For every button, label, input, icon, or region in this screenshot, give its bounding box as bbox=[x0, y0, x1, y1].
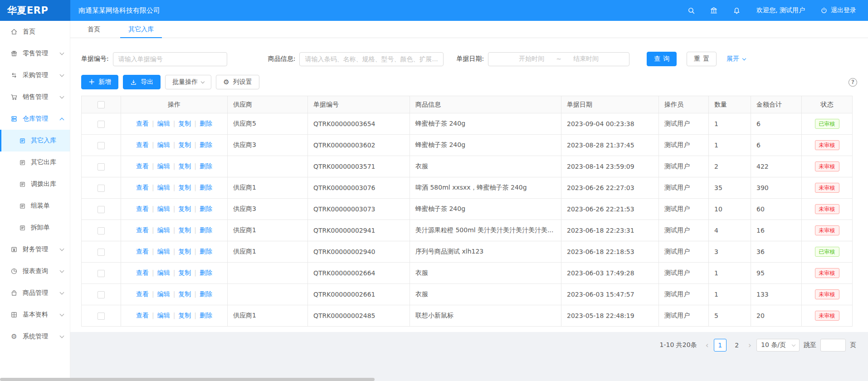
row-action-delete[interactable]: 删除 bbox=[200, 269, 212, 276]
row-checkbox[interactable] bbox=[98, 121, 105, 128]
sidebar-item-system[interactable]: ⚙ 系统管理 bbox=[0, 326, 70, 347]
page-size-select[interactable]: 10 条/页 bbox=[756, 339, 800, 352]
date-range-input[interactable]: 开始时间 ~ 结束时间 bbox=[488, 52, 629, 66]
page-button-1[interactable]: 1 bbox=[714, 339, 727, 352]
horizontal-scrollbar[interactable] bbox=[0, 378, 375, 381]
product-info-input[interactable] bbox=[299, 52, 444, 66]
row-action-view[interactable]: 查看 bbox=[136, 184, 149, 191]
row-action-copy[interactable]: 复制 bbox=[178, 312, 191, 319]
row-action-view[interactable]: 查看 bbox=[136, 290, 149, 298]
row-action-view[interactable]: 查看 bbox=[136, 312, 149, 319]
row-action-delete[interactable]: 删除 bbox=[200, 312, 212, 319]
sidebar-item-assembly[interactable]: 组装单 bbox=[0, 195, 70, 217]
cell-supplier bbox=[228, 156, 308, 177]
tab-other-inbound[interactable]: 其它入库 bbox=[126, 21, 156, 38]
row-action-delete[interactable]: 删除 bbox=[200, 141, 212, 148]
row-checkbox[interactable] bbox=[98, 227, 105, 234]
row-action-edit[interactable]: 编辑 bbox=[157, 184, 170, 191]
row-action-edit[interactable]: 编辑 bbox=[157, 226, 170, 234]
row-action-edit[interactable]: 编辑 bbox=[157, 141, 170, 148]
row-checkbox[interactable] bbox=[98, 163, 105, 171]
row-checkbox[interactable] bbox=[98, 142, 105, 149]
prev-page-button[interactable]: ‹ bbox=[705, 341, 710, 349]
row-action-edit[interactable]: 编辑 bbox=[157, 312, 170, 319]
row-checkbox[interactable] bbox=[98, 313, 105, 320]
sidebar-item-basics[interactable]: 基本资料 bbox=[0, 304, 70, 326]
row-action-copy[interactable]: 复制 bbox=[178, 269, 191, 276]
row-action-edit[interactable]: 编辑 bbox=[157, 248, 170, 255]
search-button[interactable]: 查询 bbox=[647, 52, 677, 66]
row-action-view[interactable]: 查看 bbox=[136, 141, 149, 148]
row-action-delete[interactable]: 删除 bbox=[200, 205, 212, 212]
row-action-view[interactable]: 查看 bbox=[136, 269, 149, 276]
row-action-copy[interactable]: 复制 bbox=[178, 141, 191, 148]
action-separator: | bbox=[173, 141, 176, 148]
sidebar-item-sales[interactable]: 销售管理 bbox=[0, 86, 70, 108]
grid-icon bbox=[10, 311, 18, 318]
sidebar-item-transfer-outbound[interactable]: 调拨出库 bbox=[0, 173, 70, 195]
warehouse-icon bbox=[10, 115, 18, 122]
row-checkbox[interactable] bbox=[98, 185, 105, 192]
row-checkbox[interactable] bbox=[98, 270, 105, 277]
row-action-edit[interactable]: 编辑 bbox=[157, 205, 170, 212]
row-action-view[interactable]: 查看 bbox=[136, 248, 149, 255]
page-button-2[interactable]: 2 bbox=[731, 339, 743, 352]
row-action-copy[interactable]: 复制 bbox=[178, 120, 191, 127]
sidebar-item-purchase[interactable]: 采购管理 bbox=[0, 64, 70, 86]
row-checkbox[interactable] bbox=[98, 291, 105, 298]
row-action-edit[interactable]: 编辑 bbox=[157, 269, 170, 276]
sidebar-item-retail[interactable]: 零售管理 bbox=[0, 43, 70, 64]
column-settings-button[interactable]: ⚙ 列设置 bbox=[216, 75, 259, 89]
row-action-delete[interactable]: 删除 bbox=[200, 120, 212, 127]
cell-amount: 133 bbox=[751, 284, 802, 305]
table-row: 查看|编辑|复制|删除QTRK00000002664衣服2023-06-03 1… bbox=[82, 263, 853, 284]
row-action-delete[interactable]: 删除 bbox=[200, 226, 212, 234]
export-button[interactable]: 导出 bbox=[123, 75, 161, 89]
help-icon[interactable]: ? bbox=[848, 78, 857, 87]
sidebar-item-reports[interactable]: 报表查询 bbox=[0, 260, 70, 282]
row-action-delete[interactable]: 删除 bbox=[200, 184, 212, 191]
row-action-edit[interactable]: 编辑 bbox=[157, 120, 170, 127]
row-checkbox[interactable] bbox=[98, 249, 105, 256]
row-action-delete[interactable]: 删除 bbox=[200, 290, 212, 298]
jump-page-input[interactable] bbox=[820, 339, 846, 352]
row-action-copy[interactable]: 复制 bbox=[178, 162, 191, 170]
row-action-edit[interactable]: 编辑 bbox=[157, 162, 170, 170]
next-page-button[interactable]: › bbox=[747, 341, 752, 349]
sidebar-item-home[interactable]: 首页 bbox=[0, 21, 70, 43]
row-action-view[interactable]: 查看 bbox=[136, 120, 149, 127]
expand-link[interactable]: 展开 bbox=[727, 55, 746, 63]
row-action-copy[interactable]: 复制 bbox=[178, 248, 191, 255]
sidebar-item-warehouse[interactable]: 仓库管理 bbox=[0, 108, 70, 130]
batch-actions-button[interactable]: 批量操作 bbox=[165, 75, 211, 89]
row-action-copy[interactable]: 复制 bbox=[178, 226, 191, 234]
sidebar-item-other-inbound[interactable]: 其它入库 bbox=[0, 130, 70, 151]
tab-home[interactable]: 首页 bbox=[85, 21, 103, 38]
inbound-table: 操作 供应商 单据编号 商品信息 单据日期 操作员 数量 金额合计 状态 查看|… bbox=[81, 96, 857, 327]
row-action-copy[interactable]: 复制 bbox=[178, 205, 191, 212]
row-action-view[interactable]: 查看 bbox=[136, 205, 149, 212]
bell-icon[interactable] bbox=[732, 6, 741, 15]
row-action-delete[interactable]: 删除 bbox=[200, 248, 212, 255]
welcome-user[interactable]: 欢迎您, 测试用户 bbox=[756, 6, 805, 15]
row-action-view[interactable]: 查看 bbox=[136, 162, 149, 170]
status-badge: 未审核 bbox=[815, 204, 839, 214]
add-button[interactable]: + 新增 bbox=[81, 75, 118, 89]
sidebar-item-other-outbound[interactable]: 其它出库 bbox=[0, 151, 70, 173]
bank-icon[interactable] bbox=[709, 6, 718, 15]
row-action-copy[interactable]: 复制 bbox=[178, 184, 191, 191]
select-all-checkbox[interactable] bbox=[98, 101, 105, 108]
logout-button[interactable]: 退出登录 bbox=[820, 6, 856, 15]
row-action-edit[interactable]: 编辑 bbox=[157, 290, 170, 298]
row-checkbox[interactable] bbox=[98, 206, 105, 213]
search-icon[interactable] bbox=[687, 6, 696, 15]
reset-button[interactable]: 重置 bbox=[687, 52, 717, 66]
sidebar-item-disassembly[interactable]: 拆卸单 bbox=[0, 217, 70, 239]
row-action-delete[interactable]: 删除 bbox=[200, 162, 212, 170]
pie-chart-icon bbox=[10, 268, 18, 275]
sidebar-item-finance[interactable]: 财务管理 bbox=[0, 239, 70, 260]
row-action-view[interactable]: 查看 bbox=[136, 226, 149, 234]
row-action-copy[interactable]: 复制 bbox=[178, 290, 191, 298]
bill-no-input[interactable] bbox=[113, 52, 227, 66]
sidebar-item-goods[interactable]: 商品管理 bbox=[0, 282, 70, 304]
